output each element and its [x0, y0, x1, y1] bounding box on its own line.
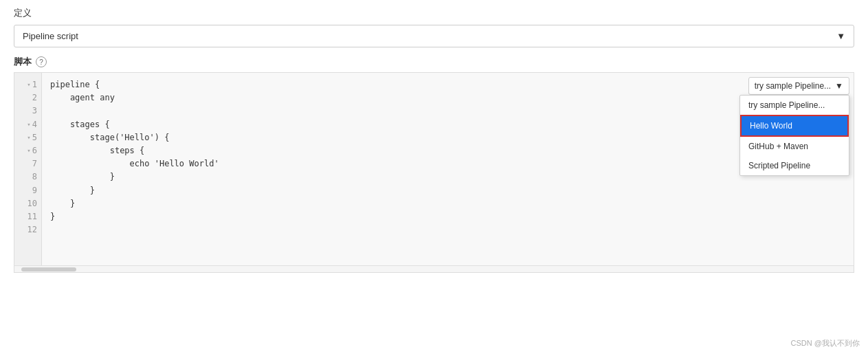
- line-number: ▾4: [19, 118, 37, 131]
- scrollbar-thumb[interactable]: [21, 267, 76, 272]
- code-line: agent any: [50, 91, 845, 104]
- sample-button-label: try sample Pipeline...: [755, 81, 831, 91]
- line-number: 12: [19, 223, 37, 236]
- line-number: 10: [19, 197, 37, 210]
- line-number: 11: [19, 210, 37, 223]
- fold-arrow-icon[interactable]: ▾: [27, 80, 30, 89]
- line-number: ▾5: [19, 131, 37, 144]
- dropdown-item[interactable]: Hello World: [740, 115, 849, 137]
- code-line: steps {: [50, 144, 845, 157]
- code-line: pipeline {: [50, 78, 845, 91]
- code-line: }: [50, 170, 845, 184]
- fold-arrow-icon[interactable]: ▾: [27, 146, 30, 155]
- editor-wrapper: ▾123▾4▾5▾6789101112 pipeline { agent any…: [14, 72, 854, 273]
- help-button[interactable]: ?: [36, 56, 47, 67]
- line-number: ▾1: [19, 78, 37, 91]
- script-section: 脚本 ? ▾123▾4▾5▾6789101112 pipeline { agen…: [14, 56, 854, 273]
- fold-arrow-icon[interactable]: ▾: [27, 120, 30, 129]
- line-numbers: ▾123▾4▾5▾6789101112: [14, 73, 42, 265]
- code-line: }: [50, 184, 845, 197]
- code-line: stages {: [50, 118, 845, 131]
- script-label-row: 脚本 ?: [14, 56, 854, 68]
- code-line: stage('Hello') {: [50, 131, 845, 144]
- section-title: 定义: [14, 7, 854, 19]
- line-number: 9: [19, 184, 37, 197]
- sample-pipeline-button[interactable]: try sample Pipeline... ▼: [748, 77, 849, 95]
- code-line: echo 'Hello World': [50, 157, 845, 170]
- chevron-down-icon: ▼: [836, 31, 845, 41]
- chevron-down-icon: ▼: [835, 81, 843, 91]
- pipeline-select-label: Pipeline script: [23, 31, 78, 41]
- script-label: 脚本: [14, 56, 32, 68]
- line-number: 2: [19, 91, 37, 104]
- code-line: [50, 223, 845, 236]
- code-line: [50, 104, 845, 118]
- fold-arrow-icon[interactable]: ▾: [27, 133, 30, 142]
- code-line: }: [50, 210, 845, 223]
- code-content[interactable]: pipeline { agent any stages { stage('Hel…: [42, 73, 854, 265]
- line-number: 8: [19, 170, 37, 184]
- dropdown-menu: try sample Pipeline...Hello WorldGitHub …: [739, 95, 849, 176]
- line-number: 7: [19, 157, 37, 170]
- dropdown-item[interactable]: try sample Pipeline...: [740, 96, 849, 115]
- scrollbar-area[interactable]: [14, 265, 854, 272]
- dropdown-container: try sample Pipeline... ▼ try sample Pipe…: [739, 73, 854, 176]
- code-line: }: [50, 197, 845, 210]
- dropdown-item[interactable]: GitHub + Maven: [740, 137, 849, 156]
- line-number: 3: [19, 104, 37, 118]
- line-number: ▾6: [19, 144, 37, 157]
- dropdown-item[interactable]: Scripted Pipeline: [740, 156, 849, 175]
- editor-area: ▾123▾4▾5▾6789101112 pipeline { agent any…: [14, 73, 854, 265]
- pipeline-select[interactable]: Pipeline script ▼: [14, 25, 854, 47]
